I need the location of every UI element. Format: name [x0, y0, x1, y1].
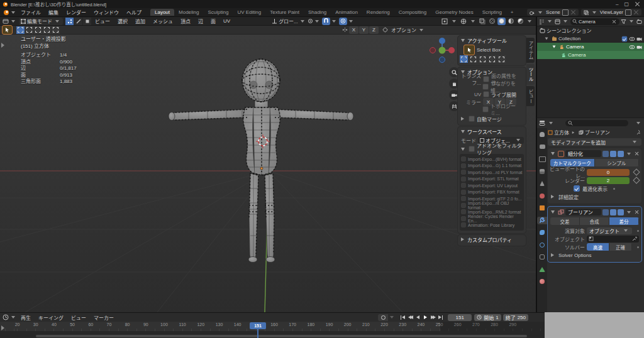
boolean-operation-button[interactable]: 差分 — [609, 217, 639, 225]
addon-checkbox[interactable] — [461, 222, 466, 227]
addon-label[interactable]: Import-Expo...rd PLY format — [468, 170, 523, 175]
addon-checkbox[interactable] — [461, 203, 466, 208]
addon-checkbox[interactable] — [461, 177, 466, 182]
select-mode-invert-button[interactable] — [43, 26, 51, 34]
jump-to-end-button[interactable] — [437, 314, 444, 321]
tab-render[interactable] — [537, 143, 547, 151]
tool-options-label[interactable]: オプション — [391, 26, 416, 33]
viewport-menu-item[interactable]: メッシュ — [149, 18, 177, 25]
viewport-menu-item[interactable]: 頂点 — [177, 18, 194, 25]
addon-label[interactable]: Import-Expo...RML2 format — [468, 210, 521, 214]
unlink-scene-icon[interactable] — [570, 9, 576, 15]
tool-mode-subtract-button[interactable] — [479, 55, 487, 63]
timeline-scrollbar[interactable] — [36, 335, 527, 337]
mirror-axis-button[interactable]: Y — [359, 26, 369, 34]
subdiv-editmode-toggle[interactable] — [602, 151, 609, 157]
workspace-tab[interactable]: Modeling — [174, 9, 203, 16]
select-mode-set-button[interactable] — [16, 26, 25, 34]
tab-particles[interactable] — [537, 229, 547, 236]
proportional-edit-button[interactable] — [339, 18, 347, 25]
outliner-display-mode-icon[interactable] — [555, 19, 560, 25]
addon-label[interactable]: Import-Export: UV Layout — [468, 183, 518, 188]
addon-checkbox[interactable] — [461, 196, 466, 201]
subdivision-type-button[interactable]: シンプル — [595, 159, 640, 166]
viewlayer-selector[interactable]: ViewLayer — [581, 9, 641, 16]
frame-start-field[interactable]: 開始1 — [474, 314, 501, 321]
rendered-shading-button[interactable] — [516, 18, 525, 25]
viewport-menu-item[interactable]: ビュー — [91, 18, 114, 25]
operand-dropdown[interactable]: オブジェクト — [587, 227, 632, 234]
active-tool-button[interactable] — [2, 25, 13, 35]
select-mode-extend-button[interactable] — [25, 26, 33, 34]
subdiv-advanced-label[interactable]: 詳細設定 — [558, 194, 579, 200]
custom-properties-title[interactable]: カスタムプロパティ — [467, 236, 512, 243]
tab-world[interactable] — [537, 192, 547, 200]
properties-search-field[interactable] — [565, 120, 628, 126]
addon-label[interactable]: Render: Cycles Render En... — [468, 214, 523, 223]
tab-view-layer[interactable] — [537, 168, 547, 175]
sidebar-tab[interactable]: アイテム — [526, 38, 535, 63]
tab-object-data[interactable] — [537, 266, 547, 273]
breadcrumb-object[interactable]: 立方体 — [554, 129, 569, 136]
workspace-tab[interactable]: UV Editing — [233, 9, 265, 16]
timeline-menu-item[interactable]: マーカー — [90, 314, 118, 321]
new-scene-icon[interactable] — [562, 9, 569, 16]
collection-row[interactable]: Collection — [537, 35, 644, 43]
solid-shading-button[interactable] — [497, 18, 506, 25]
frame-end-field[interactable]: 終了250 — [503, 314, 528, 321]
subdiv-render-toggle[interactable] — [618, 151, 624, 157]
auto-merge-label[interactable]: 自動マージ — [477, 116, 502, 123]
optimal-display-checkbox[interactable] — [574, 185, 580, 192]
editor-type-icon[interactable] — [3, 18, 9, 25]
viewlayer-name[interactable]: ViewLayer — [600, 9, 623, 15]
boolean-operation-button[interactable]: 合成 — [580, 217, 609, 225]
boolean-name-field[interactable]: ブーリアン — [565, 209, 601, 215]
edge-select-mode-button[interactable] — [74, 18, 82, 25]
show-gizmo-button[interactable] — [440, 18, 449, 25]
orientation-label[interactable]: グロー... — [279, 18, 298, 25]
subdiv-expand-icon[interactable] — [551, 152, 555, 155]
addon-checkbox[interactable] — [461, 170, 466, 175]
boolean-extras-icon[interactable] — [627, 211, 631, 214]
tool-mode-set-button[interactable] — [460, 55, 468, 63]
boolean-expand-icon[interactable] — [551, 210, 555, 214]
subdiv-name-field[interactable]: 細分化 — [565, 150, 601, 157]
minimize-button[interactable]: – — [616, 1, 618, 7]
scene-selector[interactable]: Scene — [527, 9, 579, 16]
workspace-tab[interactable]: Layout — [150, 9, 174, 16]
scene-name[interactable]: Scene — [546, 9, 560, 15]
toolbar-expand-icon[interactable] — [1, 43, 4, 48]
tab-output[interactable] — [537, 155, 547, 163]
keying-caret-icon[interactable] — [390, 316, 394, 319]
pivot-point-button[interactable] — [306, 18, 322, 25]
jump-to-start-button[interactable] — [399, 314, 406, 321]
solver-decorator-icon[interactable] — [637, 246, 639, 248]
workspace-panel-title[interactable]: ワークスペース — [467, 128, 502, 135]
wireframe-shading-button[interactable] — [488, 18, 496, 25]
correct-face-checkbox[interactable] — [483, 76, 489, 82]
timeline-menu-item[interactable]: 再生 — [17, 314, 35, 321]
tab-material[interactable] — [537, 278, 547, 285]
viewport-menu-item[interactable]: UV — [219, 18, 234, 24]
addon-checkbox[interactable] — [461, 216, 466, 221]
mode-caret-icon[interactable] — [55, 20, 59, 23]
editor-type-caret-icon[interactable] — [11, 20, 15, 23]
pin-icon[interactable] — [636, 129, 641, 135]
boolean-realtime-toggle[interactable] — [610, 209, 616, 215]
menu-item[interactable]: ヘルプ — [123, 9, 145, 16]
boolean-editmode-toggle[interactable] — [602, 209, 609, 215]
close-button[interactable] — [635, 1, 640, 7]
sidebar-tab[interactable]: ビュー — [526, 86, 535, 107]
snap-options-icon[interactable] — [382, 27, 388, 33]
boolean-delete-icon[interactable] — [635, 210, 639, 214]
active-tool-panel-title[interactable]: アクティブツール — [467, 37, 507, 44]
filter-funnel-icon[interactable] — [621, 19, 626, 25]
workspace-tab[interactable]: Geometry Nodes — [431, 9, 477, 16]
tab-modifiers[interactable] — [537, 217, 547, 224]
workspace-tab[interactable]: Sculpting — [204, 9, 233, 16]
play-button[interactable] — [422, 314, 429, 321]
tool-mode-intersect-button[interactable] — [497, 55, 506, 63]
addon-label[interactable]: Import-Export: FBX format — [468, 190, 519, 194]
tab-constraints[interactable] — [537, 253, 547, 261]
new-viewlayer-icon[interactable] — [625, 9, 631, 16]
